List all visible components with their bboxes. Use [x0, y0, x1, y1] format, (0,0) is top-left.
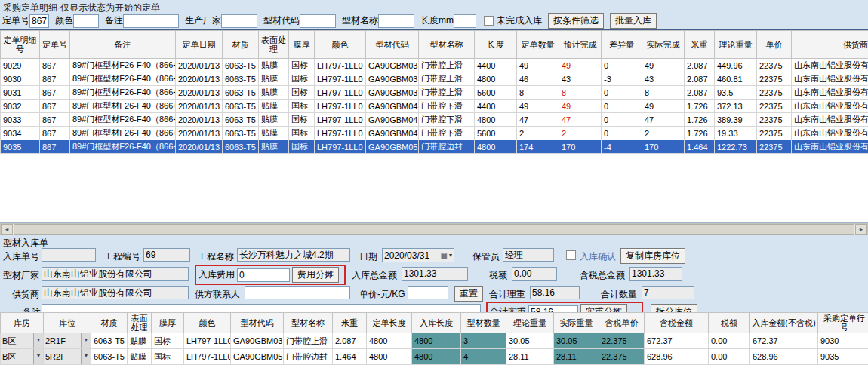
column-header[interactable]: 理论重量 [506, 313, 554, 333]
column-header[interactable]: 表面处理 [259, 31, 289, 59]
total-qty-input[interactable] [642, 286, 694, 299]
column-header[interactable]: 入库长度 [412, 313, 461, 333]
inbound-no-input[interactable] [42, 248, 96, 262]
column-header[interactable]: 库位 [44, 313, 91, 333]
column-header[interactable]: 差异量 [602, 31, 642, 59]
cell[interactable]: 47 [642, 113, 685, 127]
cell[interactable]: 9034 [1, 127, 40, 140]
cell[interactable]: 6063-T5 [223, 127, 259, 140]
cell[interactable]: 4800 [475, 113, 517, 127]
column-header[interactable]: 型材代码 [366, 31, 419, 59]
cell[interactable]: 1222.73 [715, 140, 757, 154]
cell[interactable]: 2020/01/13 [176, 113, 223, 127]
cell[interactable]: 4800 [412, 333, 461, 349]
cell[interactable]: 49 [642, 59, 685, 72]
cell[interactable]: 22375 [757, 100, 792, 113]
cell[interactable]: 2.087 [333, 333, 367, 349]
cell[interactable]: 4800 [367, 333, 412, 349]
cell[interactable]: 2020/01/13 [176, 100, 223, 113]
cell[interactable]: 22375 [757, 59, 792, 72]
cell[interactable]: 门带腔边封 [284, 349, 333, 365]
table-row[interactable]: 903086789#门框型材F26-F40（866+867）2020/01/13… [1, 72, 868, 86]
table-row[interactable]: 903386789#门框型材F26-F40（866+867）2020/01/13… [1, 113, 868, 127]
cell[interactable]: 4 [461, 349, 506, 365]
column-header[interactable]: 米重 [685, 31, 715, 59]
cell[interactable]: 6063-T5 [223, 86, 259, 100]
cell[interactable]: GA90GBM03 [366, 86, 419, 100]
chevron-down-icon[interactable]: ▾ [81, 349, 91, 364]
cell[interactable]: 国标 [289, 140, 315, 154]
column-header[interactable]: 实际完成 [642, 31, 685, 59]
cell[interactable]: 449.96 [715, 59, 757, 72]
cell[interactable]: 贴膜 [128, 349, 152, 365]
cell[interactable]: GA90GBM03 [231, 333, 284, 349]
cell[interactable]: 89#门框型材F26-F40（866+867） [70, 140, 176, 154]
cell[interactable]: 0 [602, 100, 642, 113]
cell[interactable]: 门带腔上滑 [419, 59, 475, 72]
cell[interactable]: 2 [642, 127, 685, 140]
table-row[interactable]: 903486789#门框型材F26-F40（866+867）2020/01/13… [1, 127, 868, 140]
cell[interactable]: 6063-T5 [223, 140, 259, 154]
column-header[interactable]: 型材名称 [419, 31, 475, 59]
cell[interactable]: 1.726 [685, 100, 715, 113]
cell[interactable]: 8 [559, 86, 602, 100]
cell[interactable]: 0 [602, 127, 642, 140]
cell[interactable]: LH797-1LL0 [315, 86, 366, 100]
column-header[interactable]: 材质 [91, 313, 128, 333]
cell[interactable]: 0 [602, 59, 642, 72]
inbound-confirm-checkbox[interactable] [566, 250, 576, 260]
cell[interactable]: 贴膜 [259, 127, 289, 140]
cell[interactable]: 0.00 [709, 333, 750, 349]
total-with-tax-input[interactable] [629, 267, 682, 281]
cell[interactable]: GA90GBM05 [231, 349, 284, 365]
remark-input[interactable] [123, 14, 179, 28]
tax-input[interactable] [512, 267, 557, 281]
column-header[interactable]: 定单日期 [176, 31, 223, 59]
cell[interactable]: -4 [602, 140, 642, 154]
cell[interactable]: 6063-T5 [223, 113, 259, 127]
cell[interactable]: 174 [517, 140, 559, 154]
column-header[interactable]: 定单号 [40, 31, 70, 59]
column-header[interactable]: 型材代码 [231, 313, 284, 333]
cell[interactable]: 46 [517, 72, 559, 86]
horizontal-scrollbar[interactable]: ◂ ▸ [0, 223, 868, 235]
cell[interactable]: 国标 [289, 86, 315, 100]
project-no-input[interactable] [143, 248, 190, 262]
column-header[interactable]: 型材名称 [284, 313, 333, 333]
cell[interactable]: 国标 [289, 113, 315, 127]
cell[interactable]: 1.464 [333, 349, 367, 365]
column-header[interactable]: 长度 [475, 31, 517, 59]
cell[interactable]: 山东南山铝业股份有限公司 [792, 72, 868, 86]
cell[interactable]: 22375 [757, 127, 792, 140]
cell[interactable]: 28.11 [506, 349, 554, 365]
scrollbar-thumb[interactable] [14, 224, 854, 235]
column-header[interactable]: 含税单价 [599, 313, 645, 333]
cell[interactable]: 22375 [757, 86, 792, 100]
cell[interactable]: 9031 [1, 86, 40, 100]
cell[interactable]: 628.96 [645, 349, 709, 365]
chevron-down-icon[interactable]: ▾ [33, 349, 43, 364]
cell[interactable]: 4400 [475, 59, 517, 72]
unit-price-input[interactable] [408, 286, 448, 299]
cell[interactable]: 门带腔下滑 [419, 127, 475, 140]
column-header[interactable]: 膜厚 [152, 313, 184, 333]
cell[interactable]: 49 [642, 100, 685, 113]
column-header[interactable]: 表面处理 [128, 313, 152, 333]
cell[interactable]: 628.96 [750, 349, 818, 365]
column-header[interactable]: 采购定单行号 [818, 313, 868, 333]
fee-share-button[interactable]: 费用分摊 [292, 267, 339, 283]
cell[interactable]: 372.13 [715, 100, 757, 113]
chevron-down-icon[interactable]: ▾ [449, 252, 452, 259]
cell[interactable]: 0 [602, 113, 642, 127]
cell[interactable]: 49 [517, 100, 559, 113]
cell[interactable]: 国标 [289, 127, 315, 140]
cell[interactable]: 6063-T5 [91, 349, 128, 365]
cell[interactable]: 2020/01/13 [176, 59, 223, 72]
cell[interactable]: 2 [517, 127, 559, 140]
cell[interactable]: 山东南山铝业股份有限公司 [792, 86, 868, 100]
cell[interactable]: 9030 [1, 72, 40, 86]
cell[interactable]: ▾5R2F [44, 349, 91, 365]
cell[interactable]: 贴膜 [259, 86, 289, 100]
cell[interactable]: 2020/01/13 [176, 127, 223, 140]
cell[interactable]: 6063-T5 [223, 72, 259, 86]
